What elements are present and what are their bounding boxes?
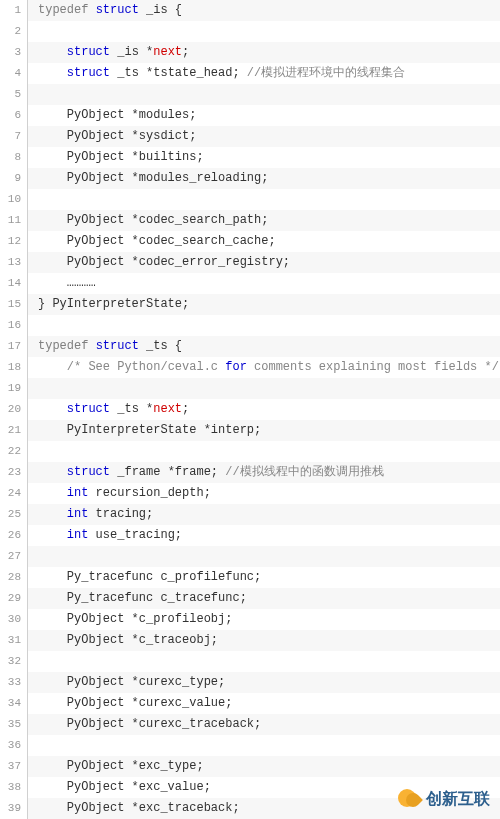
code-line [28, 441, 500, 462]
line-number: 3 [0, 42, 27, 63]
code-line: PyObject *sysdict; [28, 126, 500, 147]
line-number: 13 [0, 252, 27, 273]
code-line: int tracing; [28, 504, 500, 525]
code-token: PyObject *curexc_traceback; [38, 717, 261, 731]
code-token: struct [96, 339, 139, 353]
code-token [88, 339, 95, 353]
line-number: 11 [0, 210, 27, 231]
line-number: 25 [0, 504, 27, 525]
code-line: struct _ts *tstate_head; //模拟进程环境中的线程集合 [28, 63, 500, 84]
code-token: //模拟线程中的函数调用推栈 [225, 465, 383, 479]
code-token: _is * [110, 45, 153, 59]
code-token: PyObject *modules; [38, 108, 196, 122]
code-line: PyObject *modules_reloading; [28, 168, 500, 189]
line-number: 36 [0, 735, 27, 756]
code-line: PyObject *exc_type; [28, 756, 500, 777]
code-line: typedef struct _is { [28, 0, 500, 21]
line-number: 38 [0, 777, 27, 798]
code-token: _is { [139, 3, 182, 17]
line-number: 31 [0, 630, 27, 651]
line-number: 10 [0, 189, 27, 210]
code-token: PyInterpreterState *interp; [38, 423, 261, 437]
code-token: //模拟进程环境中的线程集合 [247, 66, 405, 80]
code-token: PyObject *modules_reloading; [38, 171, 268, 185]
code-token: _ts * [110, 402, 153, 416]
line-number: 7 [0, 126, 27, 147]
line-number: 26 [0, 525, 27, 546]
line-number: 32 [0, 651, 27, 672]
code-token: PyObject *c_traceobj; [38, 633, 218, 647]
code-line: PyObject *curexc_type; [28, 672, 500, 693]
code-line: struct _frame *frame; //模拟线程中的函数调用推栈 [28, 462, 500, 483]
code-line: Py_tracefunc c_profilefunc; [28, 567, 500, 588]
code-line: PyObject *modules; [28, 105, 500, 126]
code-line: struct _is *next; [28, 42, 500, 63]
code-line [28, 21, 500, 42]
code-token: struct [67, 45, 110, 59]
code-token: PyObject *codec_search_path; [38, 213, 268, 227]
code-token: struct [67, 465, 110, 479]
code-token [38, 507, 67, 521]
code-token: PyObject *exc_traceback; [38, 801, 240, 815]
line-number: 16 [0, 315, 27, 336]
code-line: PyObject *curexc_traceback; [28, 714, 500, 735]
code-line: /* See Python/ceval.c for comments expla… [28, 357, 500, 378]
line-number: 28 [0, 567, 27, 588]
code-token: PyObject *codec_error_registry; [38, 255, 290, 269]
code-token [38, 360, 67, 374]
line-number: 20 [0, 399, 27, 420]
line-number: 24 [0, 483, 27, 504]
line-number: 39 [0, 798, 27, 819]
code-line: PyObject *codec_search_path; [28, 210, 500, 231]
line-number: 9 [0, 168, 27, 189]
code-token: Py_tracefunc c_profilefunc; [38, 570, 261, 584]
code-line: PyObject *codec_error_registry; [28, 252, 500, 273]
code-token: ; [182, 45, 189, 59]
code-token: PyObject *c_profileobj; [38, 612, 232, 626]
code-token: ; [182, 402, 189, 416]
code-token: PyObject *curexc_type; [38, 675, 225, 689]
line-number: 22 [0, 441, 27, 462]
line-number: 27 [0, 546, 27, 567]
code-container: 1234567891011121314151617181920212223242… [0, 0, 500, 819]
code-token: next [153, 45, 182, 59]
code-line: PyObject *c_profileobj; [28, 609, 500, 630]
line-number: 5 [0, 84, 27, 105]
code-token: use_tracing; [88, 528, 182, 542]
code-token: _ts { [139, 339, 182, 353]
line-number: 33 [0, 672, 27, 693]
code-token: struct [67, 402, 110, 416]
code-token: typedef [38, 339, 88, 353]
code-line: PyObject *builtins; [28, 147, 500, 168]
line-number: 30 [0, 609, 27, 630]
line-number: 14 [0, 273, 27, 294]
watermark: 创新互联 [398, 787, 490, 811]
code-token: PyObject *builtins; [38, 150, 204, 164]
code-line: PyObject *codec_search_cache; [28, 231, 500, 252]
code-line [28, 546, 500, 567]
code-token: PyObject *codec_search_cache; [38, 234, 276, 248]
code-token: _ts *tstate_head; [110, 66, 247, 80]
code-line: typedef struct _ts { [28, 336, 500, 357]
line-number: 37 [0, 756, 27, 777]
line-number: 4 [0, 63, 27, 84]
line-number: 19 [0, 378, 27, 399]
watermark-text: 创新互联 [426, 789, 490, 810]
line-number: 21 [0, 420, 27, 441]
code-token: int [67, 486, 89, 500]
code-token: comments explaining most fields */ [247, 360, 499, 374]
line-number: 23 [0, 462, 27, 483]
code-token: struct [67, 66, 110, 80]
line-number-gutter: 1234567891011121314151617181920212223242… [0, 0, 28, 819]
code-token: ………… [38, 276, 96, 290]
line-number: 12 [0, 231, 27, 252]
code-token: /* See Python/ceval.c [67, 360, 225, 374]
code-token: PyObject *exc_type; [38, 759, 204, 773]
line-number: 6 [0, 105, 27, 126]
code-line [28, 378, 500, 399]
code-line: ………… [28, 273, 500, 294]
code-line [28, 735, 500, 756]
code-line: PyObject *c_traceobj; [28, 630, 500, 651]
line-number: 1 [0, 0, 27, 21]
code-token: PyObject *exc_value; [38, 780, 211, 794]
